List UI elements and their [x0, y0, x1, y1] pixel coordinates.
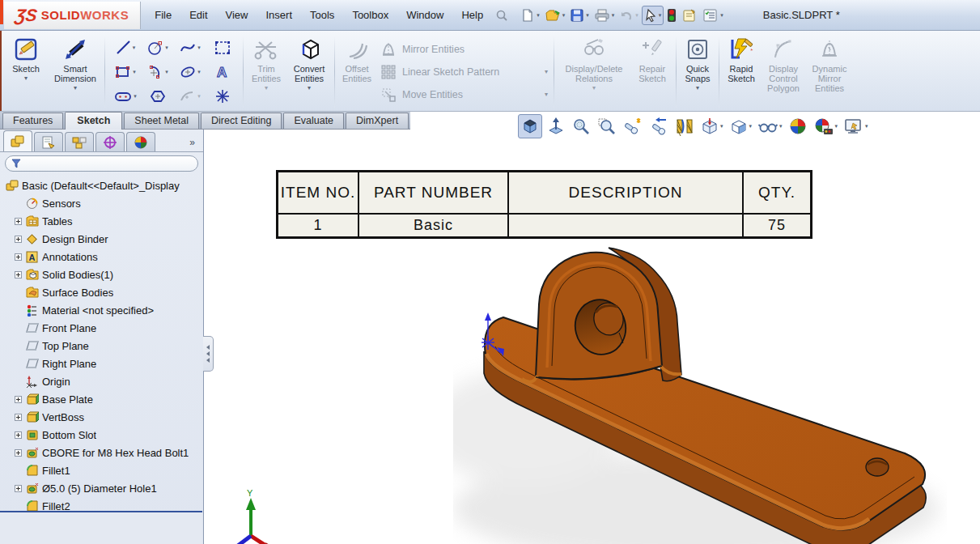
tree-item-right-plane[interactable]: Right Plane: [5, 355, 203, 372]
tab-sketch[interactable]: Sketch: [65, 112, 122, 130]
view-settings-button[interactable]: ▾: [842, 115, 870, 138]
tree-item-bottom-slot[interactable]: Bottom Slot: [5, 426, 203, 444]
tab-features[interactable]: Features: [2, 113, 63, 129]
view-orientation-button[interactable]: ▾: [698, 115, 725, 138]
dynamic-mirror-entities-button[interactable]: Dynamic Mirror Entities: [806, 33, 853, 110]
menu-window[interactable]: Window: [397, 6, 452, 24]
trim-flyout-arrow[interactable]: ▾: [265, 85, 268, 91]
tree-item-vertboss[interactable]: VertBoss: [5, 408, 203, 426]
menu-file[interactable]: File: [146, 6, 180, 24]
search-magnifier-icon[interactable]: [495, 9, 508, 22]
menu-insert[interactable]: Insert: [257, 6, 302, 24]
dimxpertmanager-tab[interactable]: [95, 132, 125, 151]
propertymanager-tab[interactable]: [34, 132, 63, 151]
move-entities-button[interactable]: Move Entities ▾: [380, 86, 548, 104]
display-delete-relations-button[interactable]: Display/Delete Relations ▾: [557, 33, 631, 110]
select-button[interactable]: ▾: [642, 6, 664, 25]
smart-dimension-flyout-arrow[interactable]: ▾: [74, 85, 77, 91]
section-view-button[interactable]: [673, 115, 696, 138]
smart-dimension-button[interactable]: Smart Dimension ▾: [49, 33, 102, 110]
slot-tool[interactable]: ▾: [109, 84, 142, 108]
configurationmanager-tab[interactable]: [65, 132, 94, 151]
mirror-entities-button[interactable]: Mirror Entities: [380, 40, 548, 58]
zoom-fit-cube-button[interactable]: [518, 114, 542, 138]
file-properties-button[interactable]: [680, 6, 699, 24]
tree-item-surface-bodies[interactable]: Surface Bodies: [5, 283, 203, 301]
expand-toggle[interactable]: [15, 271, 22, 278]
panel-splitter-handle[interactable]: [203, 336, 214, 372]
tree-item-tables[interactable]: Tables: [5, 212, 203, 230]
graphics-viewport[interactable]: ITEM NO. PART NUMBER DESCRIPTION QTY. 1 …: [204, 130, 980, 544]
arc-tool[interactable]: ▾: [142, 60, 174, 84]
expand-toggle[interactable]: [15, 414, 22, 421]
sketch-picture-tool[interactable]: [206, 36, 239, 60]
polygon-tool[interactable]: [142, 84, 174, 108]
rapid-sketch-button[interactable]: Rapid Sketch: [722, 33, 761, 110]
menu-tools[interactable]: Tools: [301, 6, 343, 24]
apply-scene-button[interactable]: ▾: [812, 115, 840, 138]
zoom-to-area-button[interactable]: [595, 115, 617, 138]
trim-entities-button[interactable]: Trim Entities ▾: [246, 33, 286, 110]
tree-item-sensors[interactable]: Sensors: [5, 194, 203, 212]
menu-help[interactable]: Help: [452, 6, 492, 24]
featuremanager-tab[interactable]: [3, 130, 32, 151]
tree-item-annotations[interactable]: AAnnotations: [5, 248, 203, 266]
tree-item-cbore-hole[interactable]: CBORE for M8 Hex Head Bolt1: [5, 444, 203, 461]
expand-toggle[interactable]: [15, 431, 22, 439]
sketch-fillet-tool[interactable]: ▾: [174, 84, 206, 108]
tree-item-diameter-hole[interactable]: Ø5.0 (5) Diameter Hole1: [5, 479, 203, 497]
tree-item-top-plane[interactable]: Top Plane: [5, 337, 203, 355]
tree-filter-input[interactable]: [5, 155, 198, 172]
tree-item-fillet1[interactable]: Fillet1: [5, 461, 203, 479]
menu-edit[interactable]: Edit: [180, 6, 216, 24]
display-style-button[interactable]: ▾: [728, 115, 754, 138]
previous-view-button[interactable]: [647, 115, 671, 138]
new-document-button[interactable]: ▾: [519, 6, 541, 24]
zoom-to-fit-button[interactable]: [570, 115, 592, 138]
print-button[interactable]: ▾: [592, 6, 617, 24]
open-button[interactable]: ▾: [543, 6, 567, 24]
zoom-to-selection-button[interactable]: [620, 115, 644, 138]
spline-tool[interactable]: ▾: [174, 36, 206, 60]
hide-show-items-button[interactable]: ▾: [756, 115, 784, 138]
rectangle-tool[interactable]: ▾: [109, 60, 142, 84]
linear-pattern-dropdown-arrow[interactable]: ▾: [545, 68, 548, 75]
undo-button[interactable]: ▾: [617, 6, 640, 24]
menu-view[interactable]: View: [217, 6, 257, 24]
normal-to-button[interactable]: [545, 115, 567, 138]
convert-entities-button[interactable]: Convert Entities ▾: [286, 33, 332, 110]
line-tool[interactable]: ▾: [109, 36, 142, 60]
edit-appearance-button[interactable]: [787, 115, 809, 138]
circle-tool[interactable]: ▾: [142, 36, 174, 60]
tree-item-design-binder[interactable]: Design Binder: [5, 230, 203, 248]
sketch-flyout-arrow[interactable]: ▾: [24, 75, 28, 82]
display-control-polygon-button[interactable]: Display Control Polygon: [761, 33, 806, 110]
tree-item-material[interactable]: Material <not specified>: [5, 301, 203, 319]
move-entities-dropdown-arrow[interactable]: ▾: [545, 91, 548, 98]
tree-item-solid-bodies[interactable]: Solid Bodies(1): [5, 266, 203, 283]
sketch-text-tool[interactable]: A: [206, 60, 239, 84]
menu-toolbox[interactable]: Toolbox: [343, 6, 397, 24]
tab-direct-editing[interactable]: Direct Editing: [201, 113, 282, 129]
offset-entities-button[interactable]: Offset Entities: [337, 33, 376, 110]
convert-flyout-arrow[interactable]: ▾: [308, 85, 311, 91]
tab-dimxpert[interactable]: DimXpert: [346, 113, 409, 129]
tree-item-base-plate[interactable]: Base Plate: [5, 390, 203, 408]
quick-snaps-button[interactable]: Quick Snaps ▾: [679, 33, 716, 110]
sketch-button[interactable]: Sketch ▾: [3, 33, 49, 110]
manager-tabs-overflow-chevron[interactable]: »: [185, 137, 200, 151]
tree-item-origin[interactable]: Origin: [5, 372, 203, 390]
tab-sheet-metal[interactable]: Sheet Metal: [124, 113, 199, 129]
expand-toggle[interactable]: [15, 449, 22, 457]
repair-sketch-button[interactable]: Repair Sketch: [631, 33, 673, 110]
part-3d-model[interactable]: [453, 243, 947, 544]
point-tool[interactable]: [206, 84, 239, 108]
displaymanager-tab[interactable]: [126, 132, 155, 151]
tab-evaluate[interactable]: Evaluate: [283, 113, 344, 129]
expand-toggle[interactable]: [15, 396, 22, 403]
expand-toggle[interactable]: [15, 236, 22, 243]
tree-item-part-root[interactable]: Basic (Default<<Default>_Display: [5, 176, 203, 194]
tree-item-front-plane[interactable]: Front Plane: [5, 319, 203, 337]
expand-toggle[interactable]: [15, 253, 22, 261]
options-button[interactable]: ▾: [701, 6, 725, 24]
